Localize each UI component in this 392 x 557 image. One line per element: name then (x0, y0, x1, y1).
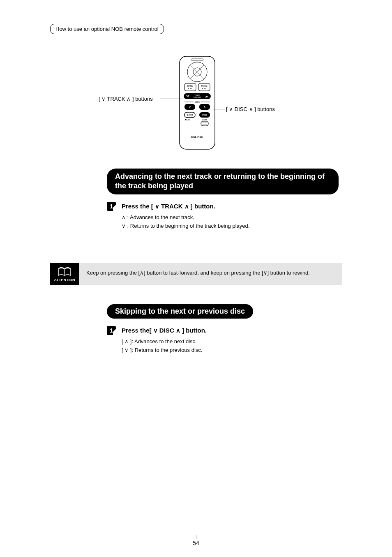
up-icon (122, 214, 126, 220)
down-icon (122, 223, 126, 229)
up-icon (125, 338, 129, 344)
svg-point-11 (202, 88, 203, 89)
up-icon (184, 203, 189, 210)
svg-text:∧: ∧ (203, 105, 206, 109)
book-icon (57, 266, 72, 278)
heading-advancing: Advancing to the next track or returning… (107, 169, 339, 194)
svg-point-9 (191, 88, 192, 89)
breadcrumb-container: How to use an optional NOB remote contro… (50, 24, 342, 34)
up-icon (140, 270, 144, 276)
illumi-label: ILLUMI (202, 119, 208, 121)
down-icon (125, 347, 129, 353)
svg-point-13 (205, 88, 206, 89)
svg-text:∨: ∨ (189, 105, 191, 109)
remote-control-illustration: BAND MODE TRACK TUNE·SEEK ∨ ∧ DISC ∨ ∧ E… (179, 55, 216, 150)
attention-icon: ATTENTION (50, 263, 79, 285)
remote-diagram: [ TRACK ] buttons [ DISC ] buttons BAND … (103, 55, 292, 150)
svg-point-12 (204, 88, 205, 89)
up-icon (176, 327, 180, 334)
brand-label: ECLIPSE (191, 136, 203, 138)
down-icon (101, 96, 106, 102)
step-1-disc: 1 Press the[ DISC ] button. (107, 326, 339, 335)
step-bullets: : Advances to the next track. : Returns … (122, 213, 339, 231)
heading-skipping: Skipping to the next or previous disc (107, 304, 253, 319)
mode-button-label: MODE (201, 85, 208, 87)
attention-text: Keep on pressing the [] button to fast-f… (79, 263, 342, 285)
step-instruction: Press the[ DISC ] button. (122, 326, 207, 334)
svg-point-8 (190, 88, 191, 89)
svg-point-7 (188, 88, 189, 89)
step-1-track: 1 Press the [ TRACK ] button. (107, 202, 339, 211)
tune-seek-label: TUNE·SEEK (193, 97, 202, 98)
up-icon (127, 96, 131, 102)
up-icon (249, 106, 253, 112)
svg-text:∨: ∨ (187, 95, 189, 98)
track-buttons-callout: [ TRACK ] buttons (99, 96, 153, 102)
down-icon (263, 270, 267, 276)
attention-callout: ATTENTION Keep on pressing the [] button… (50, 263, 342, 285)
svg-text:∧: ∧ (206, 95, 208, 98)
step-bullets: [ ]: Advances to the next disc. [ ]: Ret… (122, 337, 339, 355)
step-instruction: Press the [ TRACK ] button. (122, 202, 215, 210)
down-icon (229, 106, 233, 112)
pwr-button-label: PWR (202, 114, 207, 116)
breadcrumb: How to use an optional NOB remote contro… (50, 24, 164, 34)
section-advancing-track: Advancing to the next track or returning… (107, 169, 339, 230)
track-bar-label: TRACK (194, 94, 200, 96)
attention-label: ATTENTION (54, 278, 75, 282)
disc-buttons-callout: [ DISC ] buttons (226, 106, 275, 112)
mute-label: MUTE (185, 119, 190, 121)
ecom-button-label: E·COM (187, 114, 193, 116)
down-icon (155, 203, 159, 210)
section-skipping-disc: Skipping to the next or previous disc 1 … (107, 304, 339, 355)
leader-line-right (213, 109, 225, 109)
page-number: 54 (0, 540, 392, 546)
band-button-label: BAND (187, 85, 193, 87)
step-number-icon: 1 (107, 202, 116, 211)
down-icon (153, 327, 158, 334)
leader-line-left (160, 99, 182, 99)
step-number-icon: 1 (107, 326, 116, 335)
disc-row-label: DISC (195, 101, 200, 103)
